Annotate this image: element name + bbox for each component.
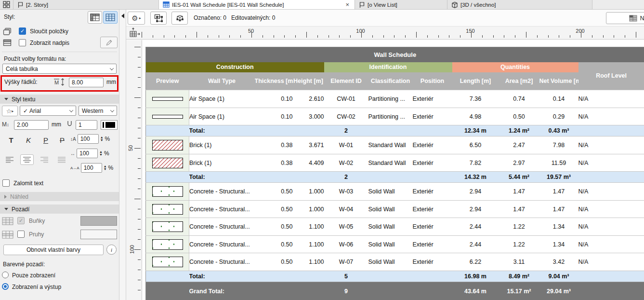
pen-number-input[interactable]: 1	[76, 120, 97, 130]
table-style-compact-button[interactable]	[88, 11, 102, 24]
cell-height[interactable]: 1.000	[293, 201, 324, 218]
align-left-button[interactable]	[3, 154, 16, 165]
cell-preview[interactable]	[146, 236, 189, 253]
scheme-settings-menu-button[interactable]: ⚙ ▸	[128, 12, 145, 25]
cell-thickness[interactable]: 0.38	[255, 136, 293, 154]
display-output-radio[interactable]	[2, 283, 9, 290]
cell-roof_level[interactable]: N/A	[578, 154, 644, 172]
cell-roof_level[interactable]: N/A	[578, 218, 644, 236]
cell-position[interactable]: Exteriér	[413, 154, 452, 172]
cell-area[interactable]: 1.22	[499, 218, 539, 236]
cell-height[interactable]: 1.000	[293, 183, 324, 201]
cell-classification[interactable]: Standard Wall	[368, 154, 413, 172]
italic-button[interactable]: K	[21, 136, 36, 144]
quad-view-button[interactable]	[0, 0, 13, 9]
cell-length[interactable]: 2.44	[452, 236, 499, 253]
cell-element_id[interactable]: W-03	[324, 183, 368, 201]
cell-area[interactable]: 3.11	[499, 253, 539, 271]
letter-width-input[interactable]: 100	[77, 149, 98, 158]
column-header[interactable]: Thickness [m]	[255, 72, 293, 90]
font-size-input[interactable]: 2.00	[14, 120, 49, 130]
letter-height-input[interactable]: 100	[78, 134, 99, 144]
font-script-select[interactable]: Western	[79, 106, 117, 116]
cell-wall_type[interactable]: Air Space (1)	[189, 90, 255, 108]
cell-element_id[interactable]: W-06	[324, 236, 368, 253]
cell-area[interactable]: 1.47	[499, 183, 539, 201]
cell-roof_level[interactable]: N/A	[578, 253, 644, 271]
ruler-origin-icon[interactable]	[128, 27, 140, 39]
column-header[interactable]: Element ID	[324, 72, 368, 90]
cells-checkbox[interactable]: ✓	[17, 217, 25, 224]
total-row[interactable]: Total:214.32 m5.44 m²19.57 m³	[146, 172, 644, 183]
strikethrough-button[interactable]: P	[55, 136, 69, 144]
select-in-3d-button[interactable]	[171, 12, 188, 25]
cell-roof_level[interactable]: N/A	[578, 90, 644, 108]
cell-length[interactable]: 2.44	[452, 218, 499, 236]
spinner-arrows[interactable]: ▲▼	[99, 150, 103, 156]
column-header[interactable]: Position	[413, 72, 452, 90]
stripes-checkbox[interactable]	[17, 231, 25, 238]
cell-roof_level[interactable]: N/A	[578, 201, 644, 218]
cell-element_id[interactable]: CW-01	[324, 90, 368, 108]
schedule-data-row[interactable]: Air Space (1)0.103.000CW-02Partitioning …	[146, 108, 644, 125]
panel-divider[interactable]	[119, 10, 126, 300]
vertical-ruler[interactable]: 50100	[126, 40, 142, 300]
cell-area[interactable]: 2.97	[499, 154, 539, 172]
cell-area[interactable]: 1.47	[499, 201, 539, 218]
cell-height[interactable]: 2.610	[293, 90, 324, 108]
edit-headline-button[interactable]	[100, 37, 118, 48]
bold-button[interactable]: T	[4, 136, 18, 144]
cell-position[interactable]: Exteriér	[413, 183, 452, 201]
cell-classification[interactable]: Partitioning ...	[368, 108, 413, 125]
cell-thickness[interactable]: 0.50	[255, 218, 293, 236]
cell-net_volume[interactable]: 1.47	[539, 183, 578, 201]
cell-element_id[interactable]: W-05	[324, 218, 368, 236]
cell-area[interactable]: 0.74	[499, 90, 539, 108]
schedule-canvas[interactable]: Wall ScheduleConstructionIdentificationQ…	[142, 40, 644, 300]
schedule-data-row[interactable]: Air Space (1)0.102.610CW-01Partitioning …	[146, 90, 644, 108]
align-right-button[interactable]	[38, 154, 51, 165]
text-style-section-header[interactable]: Styl textu	[0, 95, 119, 104]
font-family-select[interactable]: ✓ Arial	[20, 106, 76, 116]
favorites-button[interactable]: ☆ ▸	[2, 106, 18, 116]
cell-height[interactable]: 3.000	[293, 108, 324, 125]
tab-wall-schedule[interactable]: IES-01 Wall Schedule [IES-01 Wall Schedu…	[159, 0, 355, 9]
cell-position[interactable]: Exteriér	[413, 236, 452, 253]
cell-roof_level[interactable]: N/A	[578, 183, 644, 201]
select-on-plan-button[interactable]	[150, 12, 167, 25]
row-height-input[interactable]: 8.00	[69, 78, 104, 87]
column-header[interactable]: Area [m2]	[499, 72, 539, 90]
cell-length[interactable]: 2.94	[452, 201, 499, 218]
column-header[interactable]: Length [m]	[452, 72, 499, 90]
cell-preview[interactable]	[146, 183, 189, 201]
tab-view-list[interactable]: [o View List]	[355, 0, 447, 9]
tab-3d[interactable]: [3D / všechno]	[447, 0, 592, 9]
cell-element_id[interactable]: W-04	[324, 201, 368, 218]
cell-height[interactable]: 1.100	[293, 236, 324, 253]
collapse-panel-arrow-icon[interactable]	[121, 14, 124, 18]
cell-length[interactable]: 7.36	[452, 90, 499, 108]
wall-schedule-table[interactable]: Wall ScheduleConstructionIdentificationQ…	[145, 47, 644, 300]
total-row[interactable]: Total:516.98 m8.49 m²9.04 m³	[146, 271, 644, 282]
cell-position[interactable]: Exteriér	[413, 108, 452, 125]
close-tab-icon[interactable]: ×	[344, 1, 351, 8]
cell-net_volume[interactable]: 0.14	[539, 90, 578, 108]
apply-format-select[interactable]: Celá tabulka	[2, 64, 117, 74]
cell-position[interactable]: Exteriér	[413, 201, 452, 218]
cell-area[interactable]: 0.50	[499, 108, 539, 125]
tab-2-story[interactable]: [2. Story]	[13, 0, 159, 9]
cell-length[interactable]: 2.94	[452, 183, 499, 201]
cell-thickness[interactable]: 0.10	[255, 108, 293, 125]
merge-items-checkbox[interactable]: ✓	[19, 27, 26, 35]
column-header[interactable]: Preview	[146, 72, 189, 90]
cell-preview[interactable]	[146, 90, 189, 108]
cell-classification[interactable]: Solid Wall	[368, 183, 413, 201]
cell-preview[interactable]	[146, 136, 189, 154]
cell-wall_type[interactable]: Brick (1)	[189, 154, 255, 172]
align-justify-button[interactable]	[55, 154, 68, 165]
table-style-full-button[interactable]	[103, 11, 118, 24]
cell-element_id[interactable]: W-07	[324, 253, 368, 271]
scheme-settings-button[interactable]: Nasta	[606, 12, 644, 24]
schedule-data-row[interactable]: Concrete - Structural...0.501.100W-05Sol…	[146, 218, 644, 236]
cell-preview[interactable]	[146, 108, 189, 125]
